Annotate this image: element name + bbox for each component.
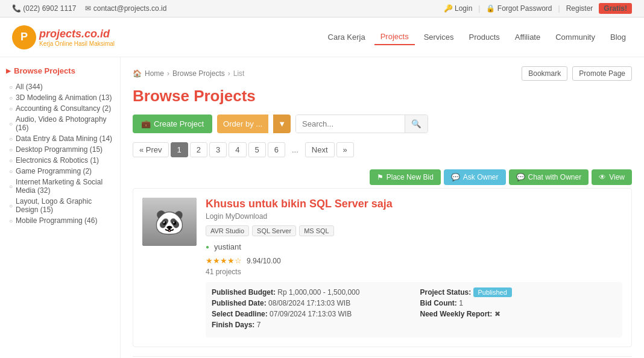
content: 🏠 Home › Browse Projects › List Bookmark…	[121, 57, 644, 358]
logo-text: projects.co.id	[39, 28, 110, 40]
nav-affiliate[interactable]: Affiliate	[509, 30, 546, 45]
online-indicator: ●	[206, 243, 209, 250]
briefcase-icon: 💼	[141, 119, 151, 128]
project-thumbnail: 🐼	[142, 198, 197, 246]
nav-community[interactable]: Community	[549, 30, 601, 45]
nav-products[interactable]: Products	[463, 30, 506, 45]
logo-circle: P	[12, 25, 36, 49]
project-card-inner: 🐼 Khusus untuk bikin SQL Server saja Log…	[142, 198, 622, 338]
main-nav: Cara Kerja Projects Services Products Af…	[322, 29, 632, 45]
bid-count-row: Bid Count: 1	[420, 299, 617, 307]
sidebar-item-mobile[interactable]: Mobile Programming (46)	[9, 215, 114, 226]
logo: P projects.co.id Kerja Online Hasil Maks…	[12, 24, 118, 51]
page-5[interactable]: 5	[248, 142, 266, 157]
sidebar-item-audio[interactable]: Audio, Video & Photography (16)	[9, 114, 114, 133]
topbar-left: 📞 (022) 6902 1117 ✉ contact@projects.co.…	[12, 4, 166, 13]
forgot-password-link[interactable]: 🔒 Forgot Password	[486, 4, 552, 13]
nav-blog[interactable]: Blog	[604, 30, 632, 45]
sidebar-item-3d[interactable]: 3D Modeling & Animation (13)	[9, 92, 114, 103]
breadcrumb-links: 🏠 Home › Browse Projects › List	[133, 69, 244, 78]
phone: 📞 (022) 6902 1117	[12, 4, 76, 13]
create-project-button[interactable]: 💼 Create Project	[133, 115, 212, 133]
tag-avr[interactable]: AVR Studio	[206, 225, 249, 236]
order-by-caret[interactable]: ▼	[273, 115, 291, 133]
project-card: 🐼 Khusus untuk bikin SQL Server saja Log…	[133, 188, 632, 347]
sidebar-item-desktop[interactable]: Desktop Programming (15)	[9, 144, 114, 155]
page-4[interactable]: 4	[229, 142, 246, 157]
main-wrapper: Browse Projects All (344) 3D Modeling & …	[0, 57, 644, 358]
topbar: 📞 (022) 6902 1117 ✉ contact@projects.co.…	[0, 0, 644, 17]
project-meta: Published Budget: Rp 1,000,000 - 1,500,0…	[206, 282, 622, 338]
bookmark-button[interactable]: Bookmark	[522, 66, 567, 81]
nav-projects[interactable]: Projects	[374, 29, 415, 45]
budget-row: Published Budget: Rp 1,000,000 - 1,500,0…	[212, 288, 408, 297]
breadcrumb-current: List	[233, 69, 245, 78]
search-button[interactable]: 🔍	[405, 115, 428, 133]
page-1[interactable]: 1	[171, 142, 188, 157]
tag-sql[interactable]: SQL Server	[252, 225, 296, 236]
page-2[interactable]: 2	[190, 142, 207, 157]
nav-cara-kerja[interactable]: Cara Kerja	[322, 30, 371, 45]
sidebar-item-game[interactable]: Game Programming (2)	[9, 166, 114, 177]
register-link[interactable]: Register	[566, 4, 593, 13]
search-input[interactable]	[296, 115, 405, 133]
place-new-bid-button-top[interactable]: ⚑ Place New Bid	[370, 169, 441, 185]
sidebar-item-all[interactable]: All (344)	[9, 81, 114, 92]
email: ✉ contact@projects.co.id	[85, 4, 166, 13]
sidebar-item-internet[interactable]: Internet Marketing & Social Media (32)	[9, 177, 114, 196]
breadcrumb-sep2: ›	[228, 69, 230, 78]
top-card-actions: ⚑ Place New Bid 💬 Ask Owner 💬 Chat with …	[133, 169, 632, 185]
toolbar: 💼 Create Project Order by ... ▼ 🔍	[133, 115, 632, 133]
sidebar-item-layout[interactable]: Layout, Logo & Graphic Design (15)	[9, 196, 114, 215]
date-row: Published Date: 08/08/2024 17:13:03 WIB	[212, 299, 408, 307]
breadcrumb-home[interactable]: Home	[145, 69, 164, 78]
sidebar-item-accounting[interactable]: Accounting & Consultancy (2)	[9, 103, 114, 114]
star-rating: ★★★★☆	[206, 256, 242, 265]
deadline-row: Select Deadline: 07/09/2024 17:13:03 WIB	[212, 310, 408, 318]
logo-image: projects.co.id Kerja Online Hasil Maksim…	[39, 24, 118, 51]
user-projects-count: 41 projects	[206, 268, 622, 276]
project-tags: AVR Studio SQL Server MS SQL	[206, 225, 622, 236]
search-box: 🔍	[295, 115, 428, 133]
sidebar-item-dataentry[interactable]: Data Entry & Data Mining (14)	[9, 133, 114, 144]
meta-col-right: Project Status: Published Bid Count: 1 N…	[420, 288, 617, 331]
user-info: ● yustiant	[206, 242, 622, 251]
breadcrumb: 🏠 Home › Browse Projects › List Bookmark…	[133, 66, 632, 81]
eye-icon-top: 👁	[599, 173, 606, 181]
view-button-top[interactable]: 👁 View	[592, 169, 632, 185]
project-title: Khusus untuk bikin SQL Server saja	[206, 198, 622, 210]
sidebar-item-electronics[interactable]: Electronics & Robotics (1)	[9, 155, 114, 166]
chat-with-owner-button-top[interactable]: 💬 Chat with Owner	[509, 169, 589, 185]
page-6[interactable]: 6	[268, 142, 285, 157]
promote-page-button[interactable]: Promote Page	[572, 66, 632, 81]
next-arrow[interactable]: »	[336, 142, 354, 157]
project-subtitle: Login MyDownload	[206, 212, 622, 221]
meta-col-left: Published Budget: Rp 1,000,000 - 1,500,0…	[212, 288, 408, 331]
page-ellipsis: ...	[287, 143, 303, 157]
status-badge: Published	[473, 287, 512, 297]
breadcrumb-browse[interactable]: Browse Projects	[172, 69, 225, 78]
next-page[interactable]: Next	[305, 142, 335, 157]
order-by-button[interactable]: Order by ...	[217, 115, 268, 133]
chat-icon-top: 💬	[451, 173, 460, 181]
sidebar-list: All (344) 3D Modeling & Animation (13) A…	[6, 81, 114, 226]
username: yustiant	[214, 242, 241, 251]
sidebar-title: Browse Projects	[6, 66, 114, 75]
rating-value: 9.94/10.00	[247, 257, 281, 265]
topbar-right: 🔑 Login | 🔒 Forgot Password | Register G…	[444, 3, 632, 14]
panda-image: 🐼	[142, 198, 197, 246]
tag-mssql[interactable]: MS SQL	[299, 225, 334, 236]
prev-page[interactable]: « Prev	[133, 142, 169, 157]
breadcrumb-sep1: ›	[167, 69, 169, 78]
project-info: Khusus untuk bikin SQL Server saja Login…	[206, 198, 622, 338]
page-3[interactable]: 3	[209, 142, 227, 157]
flag-icon-top: ⚑	[377, 173, 384, 181]
status-row: Project Status: Published	[420, 288, 617, 297]
gratis-button[interactable]: Gratis!	[599, 3, 632, 14]
breadcrumb-icon: 🏠	[133, 69, 142, 78]
login-link[interactable]: 🔑 Login	[444, 4, 473, 13]
logo-sub: Kerja Online Hasil Maksimal	[39, 40, 115, 47]
nav-services[interactable]: Services	[418, 30, 460, 45]
ask-owner-button-top[interactable]: 💬 Ask Owner	[444, 169, 506, 185]
sidebar: Browse Projects All (344) 3D Modeling & …	[0, 57, 121, 358]
